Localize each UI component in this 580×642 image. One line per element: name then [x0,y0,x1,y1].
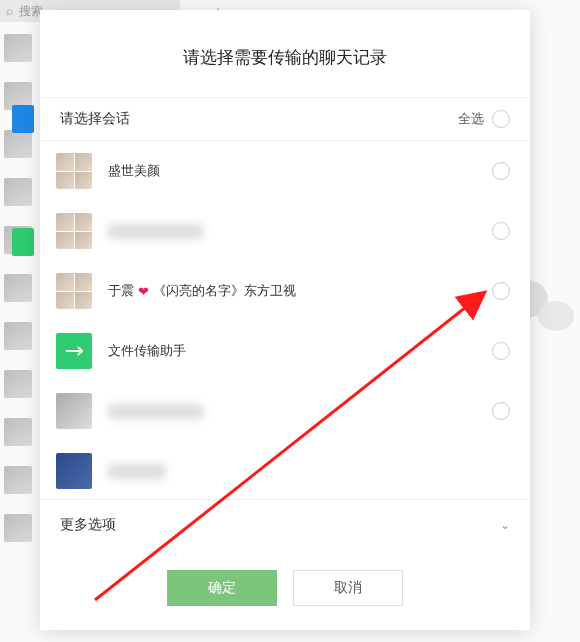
chat-item[interactable]: 文件传输助手 [40,321,530,381]
chat-name: ██████ [108,404,476,419]
cancel-button[interactable]: 取消 [293,570,403,606]
chat-item[interactable]: 盛世美颜 [40,141,530,201]
chat-name: 于震 ❤ 《闪亮的名字》东方卫视 [108,282,476,300]
chat-checkbox[interactable] [492,222,510,240]
chat-checkbox[interactable] [492,402,510,420]
file-transfer-icon [65,344,83,358]
select-all-checkbox[interactable] [492,110,510,128]
chat-item[interactable]: 于震 ❤ 《闪亮的名字》东方卫视 [40,261,530,321]
section-header: 请选择会话 全选 [40,97,530,140]
chat-avatar [56,153,92,189]
chat-item[interactable]: ██ [40,441,530,489]
more-options-label: 更多选项 [60,516,116,534]
sidebar-tab-green[interactable] [12,228,34,256]
chat-name: ██ [108,464,510,479]
chat-avatar [56,453,92,489]
chat-checkbox[interactable] [492,162,510,180]
modal-footer: 确定 取消 [40,550,530,630]
chat-list: 盛世美颜 ██████ 于震 ❤ 《闪亮的名字》东方卫视 文件传输助手 [40,140,530,499]
search-icon: ⌕ [6,4,13,18]
select-chat-modal: 请选择需要传输的聊天记录 请选择会话 全选 盛世美颜 ██████ 于震 ❤ 《 [40,10,530,630]
chat-name: 盛世美颜 [108,162,476,180]
select-all-control[interactable]: 全选 [458,110,510,128]
modal-title: 请选择需要传输的聊天记录 [40,10,530,97]
chat-item[interactable]: ██████ [40,381,530,441]
chat-item[interactable]: ██████ [40,201,530,261]
sidebar-tab-blue[interactable] [12,105,34,133]
chat-avatar [56,273,92,309]
chat-checkbox[interactable] [492,342,510,360]
chat-name: ██████ [108,224,476,239]
chat-checkbox[interactable] [492,282,510,300]
chat-name: 文件传输助手 [108,342,476,360]
section-label: 请选择会话 [60,110,130,128]
more-options-toggle[interactable]: 更多选项 ⌄ [40,499,530,550]
chat-avatar [56,213,92,249]
select-all-label: 全选 [458,110,484,128]
heart-icon: ❤ [138,284,149,299]
chat-avatar [56,393,92,429]
chevron-down-icon: ⌄ [500,518,510,532]
chat-avatar [56,333,92,369]
confirm-button[interactable]: 确定 [167,570,277,606]
